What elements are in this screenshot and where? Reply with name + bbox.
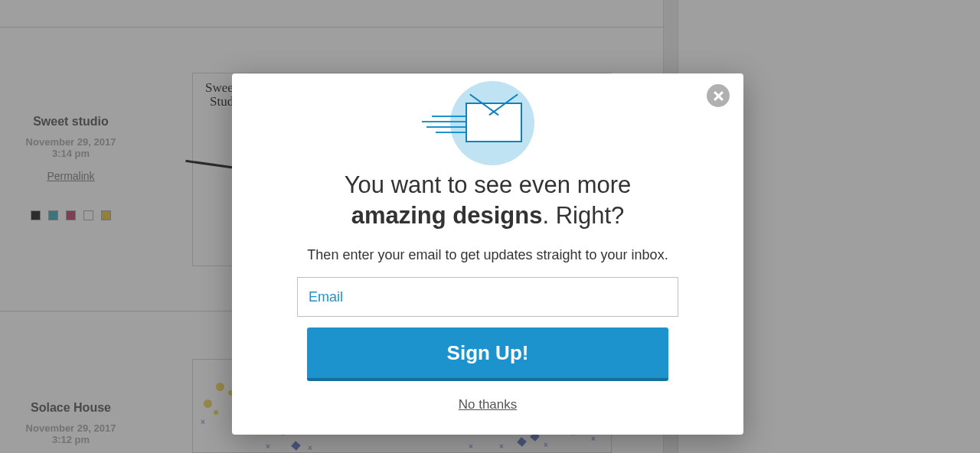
headline-part1: You want to see even more <box>345 171 632 198</box>
headline-bold: amazing designs <box>351 202 543 229</box>
nothanks-link[interactable]: No thanks <box>459 397 518 412</box>
mail-speed-lines-icon <box>416 112 466 137</box>
modal-headline: You want to see even more amazing design… <box>232 170 743 230</box>
hero-illustration <box>436 81 540 165</box>
modal-subtext: Then enter your email to get updates str… <box>232 247 743 263</box>
signup-modal: You want to see even more amazing design… <box>232 73 743 435</box>
close-button[interactable] <box>707 84 730 107</box>
close-icon <box>714 91 724 101</box>
envelope-icon <box>466 103 522 142</box>
signup-button[interactable]: Sign Up! <box>307 328 668 381</box>
email-input[interactable] <box>297 277 678 317</box>
headline-part2: . Right? <box>542 202 624 229</box>
